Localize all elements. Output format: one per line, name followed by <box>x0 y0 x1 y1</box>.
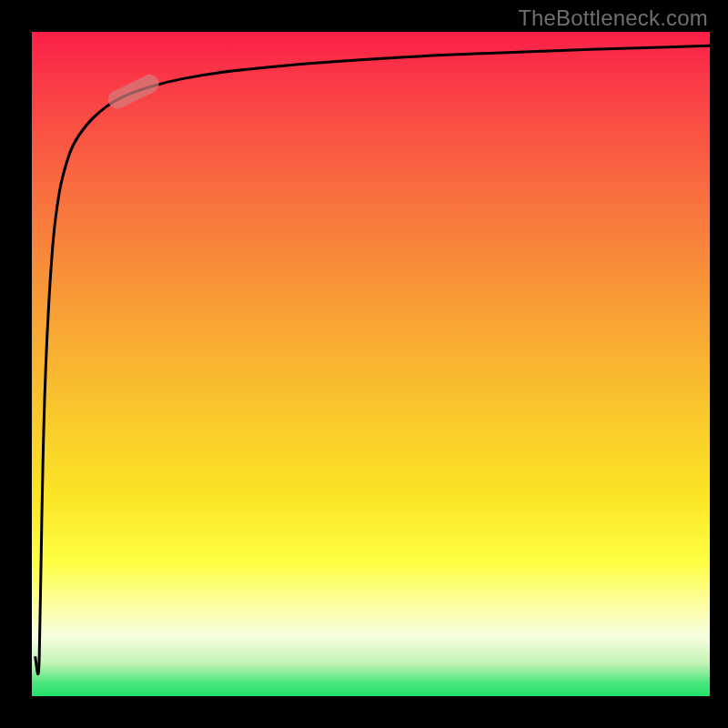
plot-area <box>32 32 710 696</box>
chart-frame: TheBottleneck.com <box>0 0 728 728</box>
watermark-text: TheBottleneck.com <box>518 5 708 31</box>
